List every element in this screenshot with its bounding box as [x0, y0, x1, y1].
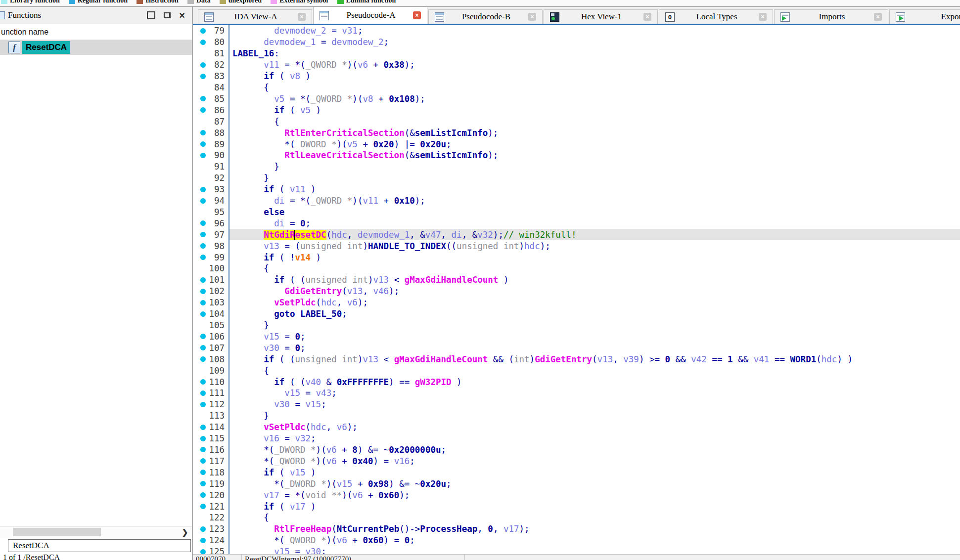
scrollbar-thumb[interactable]	[13, 528, 101, 536]
breakpoint-dot[interactable]	[200, 549, 206, 555]
pseudocode-view[interactable]: 79 devmodew_2 = v31;80 devmodew_1 = devm…	[193, 25, 960, 560]
code-text[interactable]: {	[229, 82, 960, 93]
column-header-function-name[interactable]: unction name	[0, 24, 192, 40]
breakpoint-dot[interactable]	[200, 153, 206, 158]
breakpoint-dot[interactable]	[200, 255, 206, 260]
breakpoint-dot[interactable]	[200, 504, 206, 509]
code-text[interactable]: *(_DWORD *)(v15 + 0x98) &= ~0x20u;	[229, 478, 960, 489]
breakpoint-dot[interactable]	[200, 74, 206, 79]
code-text[interactable]: GdiGetEntry(v13, v46);	[229, 286, 960, 297]
code-text[interactable]: *(_DWORD *)(v6 + 8) &= ~0x2000000u;	[229, 444, 960, 456]
code-text[interactable]: v17 = *(void **)(v6 + 0x60);	[229, 489, 960, 501]
code-text[interactable]: *(_QWORD *)(v6 + 0x40) = v16;	[229, 455, 960, 467]
code-text[interactable]: devmodew_1 = devmodew_2;	[229, 37, 960, 48]
code-text[interactable]: v13 = (unsigned int)HANDLE_TO_INDEX((uns…	[229, 240, 960, 252]
code-text[interactable]: {	[229, 263, 960, 274]
code-text[interactable]: LABEL_16:	[229, 48, 960, 59]
breakpoint-dot[interactable]	[200, 96, 206, 101]
breakpoint-dot[interactable]	[200, 425, 206, 430]
code-text[interactable]: }	[229, 320, 960, 331]
code-text[interactable]: if ( v11 )	[229, 184, 960, 195]
breakpoint-dot[interactable]	[200, 470, 206, 475]
breakpoint-dot[interactable]	[200, 300, 206, 305]
code-text[interactable]: }	[229, 161, 960, 172]
breakpoint-dot[interactable]	[200, 458, 206, 464]
breakpoint-dot[interactable]	[200, 28, 206, 34]
tab-close-button[interactable]: ×	[528, 13, 536, 21]
breakpoint-dot[interactable]	[200, 492, 206, 498]
code-text[interactable]: RtlLeaveCriticalSection(&semListIcmInfo)…	[229, 150, 960, 161]
tab-imports[interactable]: Imports×	[774, 9, 888, 24]
code-text[interactable]: v5 = *(_QWORD *)(v8 + 0x108);	[229, 93, 960, 104]
tab-exports[interactable]: Exports	[889, 9, 960, 24]
maximize-icon[interactable]	[147, 11, 155, 19]
code-text[interactable]: if ( (unsigned int)v13 < gMaxGdiHandleCo…	[229, 274, 960, 286]
functions-horizontal-scrollbar[interactable]: ❯	[0, 526, 192, 538]
code-text[interactable]: if ( !v14 )	[229, 252, 960, 263]
code-text[interactable]: di = 0;	[229, 217, 960, 229]
breakpoint-dot[interactable]	[200, 402, 206, 407]
tab-close-button[interactable]: ×	[643, 13, 651, 21]
breakpoint-dot[interactable]	[200, 141, 206, 147]
code-text[interactable]: vSetPldc(hdc, v6);	[229, 297, 960, 308]
tab-close-button[interactable]: ×	[413, 11, 421, 19]
breakpoint-dot[interactable]	[200, 447, 206, 452]
breakpoint-dot[interactable]	[200, 220, 206, 226]
code-text[interactable]: }	[229, 172, 960, 184]
scroll-right-icon[interactable]: ❯	[180, 526, 190, 538]
code-text[interactable]: goto LABEL_50;	[229, 308, 960, 320]
function-filter-input[interactable]: ResetDCA	[8, 539, 191, 552]
code-text[interactable]: v15 = v43;	[229, 388, 960, 399]
breakpoint-dot[interactable]	[200, 526, 206, 532]
breakpoint-dot[interactable]	[200, 232, 206, 237]
float-window-icon[interactable]	[164, 12, 171, 18]
code-text[interactable]: if ( (unsigned int)v13 < gMaxGdiHandleCo…	[229, 353, 960, 365]
breakpoint-dot[interactable]	[200, 107, 206, 113]
code-text[interactable]: RtlFreeHeap(NtCurrentPeb()->ProcessHeap,…	[229, 523, 960, 535]
code-text[interactable]: v15 = 0;	[229, 331, 960, 342]
breakpoint-dot[interactable]	[200, 345, 206, 350]
breakpoint-dot[interactable]	[200, 538, 206, 543]
code-text[interactable]: v16 = v32;	[229, 433, 960, 444]
breakpoint-dot[interactable]	[200, 481, 206, 486]
code-text[interactable]: if ( v8 )	[229, 71, 960, 82]
code-text[interactable]: {	[229, 116, 960, 127]
code-text[interactable]: if ( (v40 & 0xFFFFFFFE) == gW32PID )	[229, 376, 960, 388]
close-icon[interactable]: ×	[179, 12, 185, 18]
breakpoint-dot[interactable]	[200, 130, 206, 135]
tab-close-button[interactable]: ×	[759, 13, 767, 21]
code-text[interactable]: vSetPldc(hdc, v6);	[229, 422, 960, 433]
function-row-resetdca[interactable]: f ResetDCA	[0, 40, 192, 55]
tab-pseudocode-b[interactable]: Pseudocode-B×	[428, 9, 543, 24]
code-text[interactable]: else	[229, 207, 960, 218]
breakpoint-dot[interactable]	[200, 436, 206, 441]
breakpoint-dot[interactable]	[200, 356, 206, 362]
code-text[interactable]: }	[229, 410, 960, 422]
code-text[interactable]: if ( v15 )	[229, 467, 960, 478]
code-text[interactable]: if ( v5 )	[229, 104, 960, 116]
code-text[interactable]: *(_QWORD *)(v6 + 0x60) = 0;	[229, 535, 960, 546]
code-text[interactable]: RtlEnterCriticalSection(&semListIcmInfo)…	[229, 127, 960, 138]
code-text[interactable]: if ( v17 )	[229, 501, 960, 512]
code-text[interactable]: devmodew_2 = v31;	[229, 25, 960, 37]
code-text[interactable]: {	[229, 512, 960, 523]
breakpoint-dot[interactable]	[200, 334, 206, 339]
tab-close-button[interactable]: ×	[298, 13, 306, 21]
breakpoint-dot[interactable]	[200, 198, 206, 204]
breakpoint-dot[interactable]	[200, 187, 206, 192]
code-text[interactable]: di = *(_QWORD *)(v11 + 0x10);	[229, 195, 960, 207]
tab-close-button[interactable]: ×	[874, 13, 882, 21]
breakpoint-dot[interactable]	[200, 379, 206, 385]
tab-local-types[interactable]: 0Local Types×	[659, 9, 773, 24]
code-text[interactable]: *(_DWORD *)(v5 + 0x20) |= 0x20u;	[229, 138, 960, 150]
breakpoint-dot[interactable]	[200, 277, 206, 283]
code-text[interactable]: v11 = *(_QWORD *)(v6 + 0x38);	[229, 59, 960, 71]
breakpoint-dot[interactable]	[200, 289, 206, 294]
breakpoint-dot[interactable]	[200, 62, 206, 68]
code-text[interactable]: NtGdiResetDC(hdc, devmodew_1, &v47, di, …	[229, 229, 960, 240]
tab-hex-view-1[interactable]: Hex View-1×	[544, 9, 658, 24]
breakpoint-dot[interactable]	[200, 390, 206, 396]
code-text[interactable]: {	[229, 365, 960, 376]
code-text[interactable]: v30 = 0;	[229, 342, 960, 353]
tab-ida-view-a[interactable]: IDA View-A×	[198, 9, 312, 24]
